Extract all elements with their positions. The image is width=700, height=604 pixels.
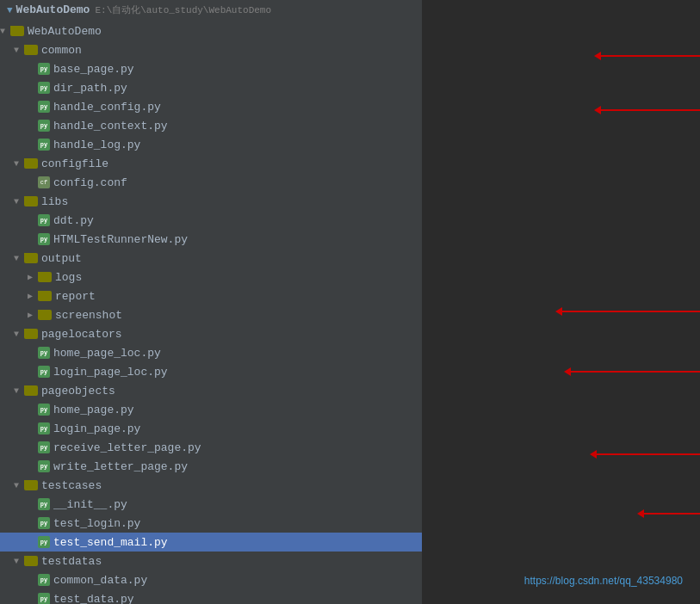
tree-item-label: screenshot xyxy=(55,309,122,322)
tree-item-test_send_mail[interactable]: pytest_send_mail.py xyxy=(0,533,422,552)
tree-item-label: login_page.py xyxy=(53,422,140,435)
tree-item-label: report xyxy=(55,290,96,303)
tree-item-ddt[interactable]: pyddt.py xyxy=(0,211,422,230)
project-header: ▼ WebAutoDemo E:\自动化\auto_study\WebAutoD… xyxy=(0,0,422,20)
tree-item-write_letter_page[interactable]: pywrite_letter_page.py xyxy=(0,457,422,476)
tree-item-common_data[interactable]: pycommon_data.py xyxy=(0,570,422,589)
tree-item-report[interactable]: ▶report xyxy=(0,287,422,305)
tree-item-label: login_page_loc.py xyxy=(53,366,168,379)
project-path: E:\自动化\auto_study\WebAutoDemo xyxy=(95,3,271,16)
tree-item-label: handle_context.py xyxy=(53,120,168,133)
tree-item-label: WebAutoDemo xyxy=(28,25,102,38)
tree-item-label: home_page.py xyxy=(53,404,134,416)
tree-item-common[interactable]: ▼common xyxy=(0,40,422,59)
tree-item-label: write_letter_page.py xyxy=(53,460,188,473)
tree-item-libs[interactable]: ▼libs xyxy=(0,192,422,211)
tree-item-label: handle_config.py xyxy=(53,101,161,114)
tree-item-test_data[interactable]: pytest_data.py xyxy=(0,589,422,604)
tree-item-label: receive_letter_page.py xyxy=(53,441,201,454)
tree-item-label: libs xyxy=(41,195,68,208)
project-icon: ▼ xyxy=(7,5,13,15)
tree-item-config_conf[interactable]: cfconfig.conf xyxy=(0,173,422,192)
tree-item-pageobjects[interactable]: ▼pageobjects xyxy=(0,381,422,400)
annotations-overlay: 封装的点击，输入，查找，上传文件等方法封装日志和配置文件元素层页面对象层测试用例… xyxy=(422,0,700,604)
tree-item-login_page[interactable]: pylogin_page.py xyxy=(0,419,422,438)
svg-marker-2 xyxy=(594,52,601,60)
tree-item-configfile[interactable]: ▼configfile xyxy=(0,154,422,173)
tree-item-label: dir_path.py xyxy=(53,82,127,95)
svg-marker-8 xyxy=(555,307,562,316)
tree-item-login_page_loc[interactable]: pylogin_page_loc.py xyxy=(0,362,422,381)
annotation-panel: 封装的点击，输入，查找，上传文件等方法封装日志和配置文件元素层页面对象层测试用例… xyxy=(422,0,700,604)
tree-item-root[interactable]: ▼WebAutoDemo xyxy=(0,22,422,40)
tree-item-label: test_send_mail.py xyxy=(53,536,168,549)
tree-item-label: test_login.py xyxy=(53,517,140,530)
tree-item-label: __init__.py xyxy=(53,498,127,511)
tree-item-base_page[interactable]: pybase_page.py xyxy=(0,59,422,78)
tree-item-home_page[interactable]: pyhome_page.py xyxy=(0,400,422,419)
project-name: WebAutoDemo xyxy=(16,3,90,16)
tree-item-home_page_loc[interactable]: pyhome_page_loc.py xyxy=(0,343,422,362)
tree-item-label: test_data.py xyxy=(53,593,134,605)
tree-item-logs[interactable]: ▶logs xyxy=(0,268,422,287)
tree-item-htmltestrunner[interactable]: pyHTMLTestRunnerNew.py xyxy=(0,230,422,249)
tree-item-receive_letter_page[interactable]: pyreceive_letter_page.py xyxy=(0,438,422,457)
tree-item-label: HTMLTestRunnerNew.py xyxy=(53,233,188,246)
watermark: https://blog.csdn.net/qq_43534980 xyxy=(524,575,683,587)
file-tree: ▼WebAutoDemo▼commonpybase_page.pypydir_p… xyxy=(0,20,422,604)
tree-item-label: pagelocators xyxy=(41,328,122,341)
svg-marker-14 xyxy=(590,450,597,459)
tree-item-screenshot[interactable]: ▶screenshot xyxy=(0,305,422,324)
tree-item-label: home_page_loc.py xyxy=(53,347,161,360)
tree-item-output[interactable]: ▼output xyxy=(0,249,422,268)
tree-item-label: testcases xyxy=(41,479,102,492)
tree-item-label: config.conf xyxy=(53,176,127,189)
tree-item-test_login[interactable]: pytest_login.py xyxy=(0,514,422,533)
tree-item-label: output xyxy=(41,252,82,265)
tree-item-label: base_page.py xyxy=(53,63,134,76)
tree-item-label: common xyxy=(41,44,82,57)
tree-item-label: pageobjects xyxy=(41,385,115,398)
svg-marker-5 xyxy=(594,106,601,114)
tree-item-label: ddt.py xyxy=(53,214,94,227)
tree-item-init[interactable]: py__init__.py xyxy=(0,495,422,514)
tree-item-dir_path[interactable]: pydir_path.py xyxy=(0,78,422,97)
tree-item-handle_log[interactable]: pyhandle_log.py xyxy=(0,135,422,154)
tree-item-label: logs xyxy=(55,271,82,284)
tree-item-label: handle_log.py xyxy=(53,139,140,151)
tree-item-label: testdatas xyxy=(41,555,102,568)
tree-item-label: configfile xyxy=(41,157,108,170)
tree-item-testdatas[interactable]: ▼testdatas xyxy=(0,552,422,570)
tree-item-handle_config[interactable]: pyhandle_config.py xyxy=(0,97,422,116)
tree-item-pagelocators[interactable]: ▼pagelocators xyxy=(0,324,422,343)
svg-marker-11 xyxy=(564,367,571,376)
file-tree-panel: ▼ WebAutoDemo E:\自动化\auto_study\WebAutoD… xyxy=(0,0,422,604)
tree-item-label: common_data.py xyxy=(53,574,147,587)
tree-item-testcases[interactable]: ▼testcases xyxy=(0,476,422,495)
svg-marker-17 xyxy=(637,509,644,518)
tree-item-handle_context[interactable]: pyhandle_context.py xyxy=(0,116,422,135)
